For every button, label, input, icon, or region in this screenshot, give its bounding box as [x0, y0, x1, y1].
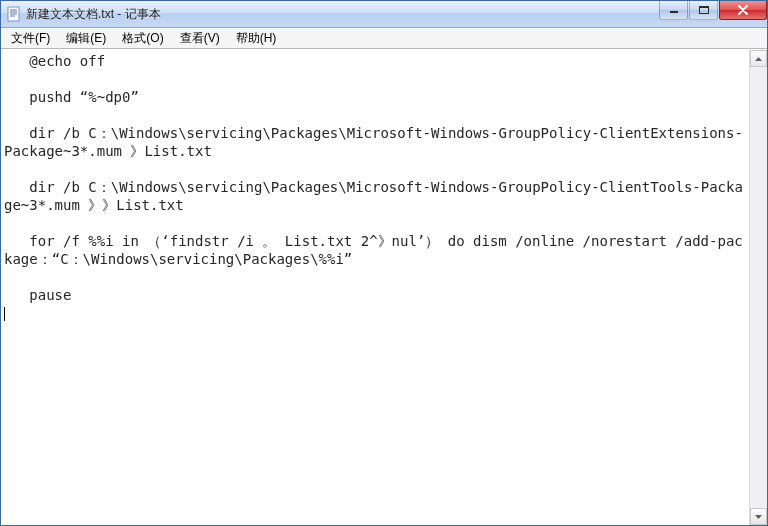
- minimize-button[interactable]: [659, 1, 688, 20]
- client-area: @echo off pushd “%~dp0” dir /b C：\Window…: [1, 49, 767, 525]
- svg-rect-7: [699, 6, 709, 8]
- notepad-app-icon: [7, 6, 21, 22]
- menu-format[interactable]: 格式(O): [114, 29, 171, 48]
- window-title: 新建文本文档.txt - 记事本: [26, 6, 767, 23]
- menu-file[interactable]: 文件(F): [3, 29, 58, 48]
- text-cursor: [4, 304, 5, 322]
- scroll-up-button[interactable]: [750, 50, 767, 67]
- menu-help[interactable]: 帮助(H): [228, 29, 285, 48]
- svg-marker-9: [755, 515, 762, 519]
- menu-view[interactable]: 查看(V): [172, 29, 228, 48]
- titlebar[interactable]: 新建文本文档.txt - 记事本: [1, 1, 767, 28]
- notepad-window: 新建文本文档.txt - 记事本 文件(F) 编辑(E) 格式(O) 查看(V)…: [0, 0, 768, 526]
- maximize-button[interactable]: [689, 1, 718, 20]
- scroll-down-button[interactable]: [750, 508, 767, 525]
- vertical-scrollbar[interactable]: [749, 50, 767, 525]
- text-editor[interactable]: @echo off pushd “%~dp0” dir /b C：\Window…: [1, 50, 749, 525]
- menu-edit[interactable]: 编辑(E): [58, 29, 114, 48]
- close-button[interactable]: [719, 1, 767, 20]
- svg-marker-8: [755, 57, 762, 61]
- window-controls: [659, 1, 767, 27]
- menubar: 文件(F) 编辑(E) 格式(O) 查看(V) 帮助(H): [1, 28, 767, 49]
- svg-rect-5: [670, 11, 678, 13]
- scroll-track[interactable]: [750, 67, 767, 508]
- editor-content: @echo off pushd “%~dp0” dir /b C：\Window…: [4, 53, 743, 303]
